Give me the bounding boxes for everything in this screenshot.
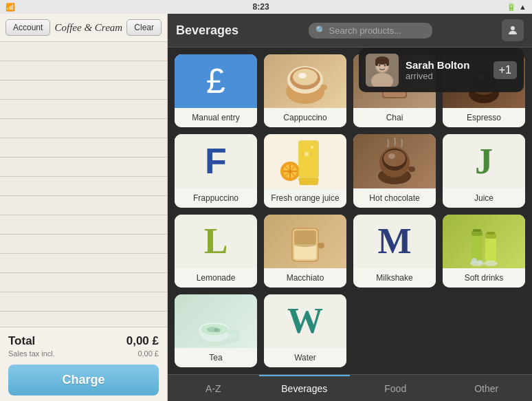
search-icon: 🔍 <box>315 25 326 35</box>
svg-rect-48 <box>318 243 324 248</box>
svg-rect-42 <box>408 166 415 172</box>
user-icon-button[interactable] <box>502 19 524 41</box>
product-name-manual-entry: Manual entry <box>175 108 257 127</box>
tab-food[interactable]: Food <box>350 375 441 401</box>
tab-other[interactable]: Other <box>441 375 533 401</box>
product-tea[interactable]: Tea <box>175 294 257 367</box>
product-macchiato[interactable]: Macchiato <box>264 215 346 288</box>
account-button[interactable]: Account <box>5 19 50 36</box>
notification-popup: Sarah Bolton arrived +1 <box>359 48 524 92</box>
svg-point-47 <box>294 241 316 247</box>
charge-button[interactable]: Charge <box>8 365 159 395</box>
svg-rect-51 <box>473 229 481 232</box>
product-soft-drinks[interactable]: Soft drinks <box>443 215 525 288</box>
tab-az[interactable]: A-Z <box>168 375 259 401</box>
product-image-tea <box>175 294 257 348</box>
svg-point-41 <box>388 153 395 159</box>
product-image-frappuccino: F <box>175 134 257 188</box>
order-area <box>0 42 167 327</box>
product-hot-chocolate[interactable]: Hot chocolate <box>353 134 436 207</box>
svg-rect-8 <box>375 61 378 66</box>
status-right: 🔋 ▲ <box>507 3 527 12</box>
search-input[interactable] <box>329 25 412 36</box>
tax-row: Sales tax incl. 0,00 £ <box>8 349 159 358</box>
battery-icon: 🔋 <box>507 3 516 12</box>
product-image-macchiato <box>264 215 346 268</box>
product-image-cappuccino <box>264 54 346 108</box>
svg-marker-34 <box>298 178 319 185</box>
product-name-cappuccino: Cappuccino <box>264 108 346 127</box>
product-manual-entry[interactable]: £ Manual entry <box>175 54 257 127</box>
svg-point-5 <box>379 65 381 67</box>
wifi-icon: 📶 <box>5 3 15 12</box>
product-juice[interactable]: J Juice <box>443 134 525 207</box>
tax-label: Sales tax incl. <box>8 349 55 358</box>
notification-name: Sarah Bolton <box>406 59 487 71</box>
product-image-water: W <box>264 294 346 348</box>
search-bar: 🔍 <box>309 23 432 39</box>
product-grid: £ Manual entry Cappuccino <box>168 47 532 374</box>
product-image-juice: J <box>443 134 525 188</box>
svg-point-36 <box>311 146 313 149</box>
store-name: Coffee & Cream <box>54 22 122 34</box>
product-name-water: Water <box>264 348 346 367</box>
svg-rect-52 <box>485 236 496 262</box>
notification-action-button[interactable]: +1 <box>494 61 517 79</box>
product-name-tea: Tea <box>175 348 257 367</box>
svg-rect-33 <box>300 142 318 177</box>
product-image-soft-drinks <box>443 215 525 268</box>
svg-rect-49 <box>472 233 483 262</box>
left-footer: Total 0,00 £ Sales tax incl. 0,00 £ Char… <box>0 327 167 401</box>
status-time: 8:23 <box>253 2 269 12</box>
product-water[interactable]: W Water <box>264 294 346 367</box>
right-header: Beverages 🔍 <box>168 14 532 47</box>
status-bar: 📶 8:23 🔋 ▲ <box>0 0 532 14</box>
product-milkshake[interactable]: M Milkshake <box>353 215 436 288</box>
svg-point-56 <box>484 261 498 266</box>
product-name-frappuccino: Frappuccino <box>175 188 257 208</box>
total-label: Total <box>8 334 35 348</box>
user-icon <box>507 24 519 36</box>
svg-rect-54 <box>487 232 495 235</box>
product-fresh-orange-juice[interactable]: Fresh orange juice <box>264 134 346 207</box>
product-name-lemonade: Lemonade <box>175 268 257 288</box>
svg-point-0 <box>511 26 515 30</box>
product-image-hot-chocolate <box>353 134 436 188</box>
right-panel: Beverages 🔍 <box>168 14 532 401</box>
svg-rect-15 <box>320 85 327 90</box>
notification-text: Sarah Bolton arrived <box>406 59 487 81</box>
svg-point-6 <box>384 65 386 67</box>
notification-status: arrived <box>406 71 487 81</box>
product-name-soft-drinks: Soft drinks <box>443 268 525 288</box>
svg-point-14 <box>298 73 307 78</box>
svg-point-40 <box>384 150 406 166</box>
product-name-hot-chocolate: Hot chocolate <box>353 188 436 208</box>
product-image-lemonade: L <box>175 215 257 268</box>
clear-button[interactable]: Clear <box>126 19 162 36</box>
product-name-espresso: Espresso <box>443 108 525 127</box>
svg-point-57 <box>472 258 477 263</box>
product-frappuccino[interactable]: F Frappuccino <box>175 134 257 207</box>
signal-icon: ▲ <box>519 3 527 11</box>
total-row: Total 0,00 £ <box>8 334 159 348</box>
product-lemonade[interactable]: L Lemonade <box>175 215 257 288</box>
svg-point-35 <box>304 152 309 156</box>
avatar-image <box>366 54 399 87</box>
product-name-macchiato: Macchiato <box>264 268 346 288</box>
left-panel: Account Coffee & Cream Clear Total 0,00 … <box>0 14 168 401</box>
product-name-fresh-orange-juice: Fresh orange juice <box>264 188 346 208</box>
product-name-juice: Juice <box>443 188 525 208</box>
product-name-chai: Chai <box>353 108 436 127</box>
notification-avatar <box>366 54 399 87</box>
tab-bar: A-Z Beverages Food Other <box>168 374 532 401</box>
status-left: 📶 <box>5 3 15 12</box>
section-title: Beverages <box>176 23 239 38</box>
product-image-milkshake: M <box>353 215 436 268</box>
product-image-manual: £ <box>175 54 257 108</box>
tab-beverages[interactable]: Beverages <box>259 375 351 401</box>
left-header: Account Coffee & Cream Clear <box>0 14 167 42</box>
total-amount: 0,00 £ <box>126 334 159 348</box>
svg-point-58 <box>478 260 482 264</box>
tax-amount: 0,00 £ <box>137 349 159 358</box>
product-cappuccino[interactable]: Cappuccino <box>264 54 346 127</box>
